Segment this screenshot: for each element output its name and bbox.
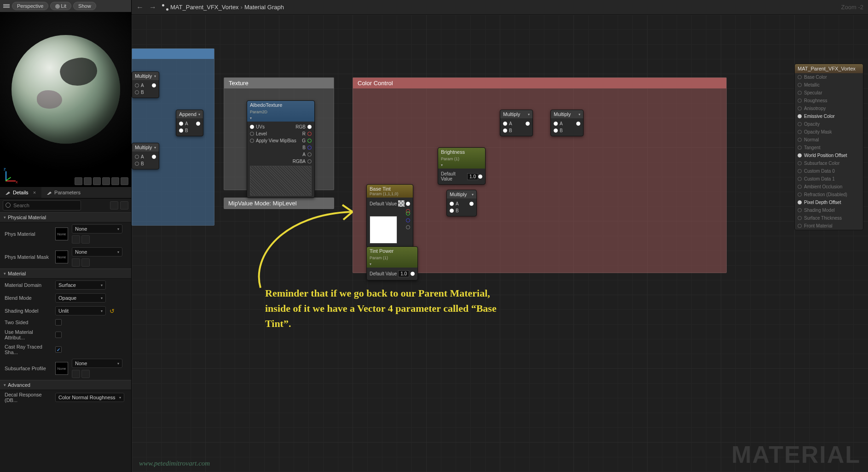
prop-label: Decal Response (DB... [5, 392, 52, 403]
lit-pill[interactable]: Lit [50, 2, 71, 10]
output-pin[interactable]: Roughness [795, 97, 863, 105]
output-pin[interactable]: Metallic [795, 81, 863, 89]
viewport-primitive-cube[interactable] [102, 177, 110, 185]
hamburger-icon[interactable] [3, 2, 10, 10]
viewport-primitive-custom[interactable] [111, 177, 119, 185]
shading-model-dropdown[interactable]: Unlit [55, 306, 106, 315]
decal-response-dropdown[interactable]: Color Normal Roughness [55, 393, 124, 402]
output-pin[interactable]: Pixel Depth Offset [795, 198, 863, 206]
output-pin[interactable]: Custom Data 1 [795, 175, 863, 183]
perspective-pill[interactable]: Perspective [12, 2, 48, 10]
prop-label: Two Sided [5, 320, 52, 325]
output-pin[interactable]: Opacity [795, 120, 863, 128]
tab-details[interactable]: Details× [0, 187, 41, 198]
pencil-icon [47, 190, 52, 195]
browse-icon[interactable] [81, 258, 90, 267]
viewport-primitive-mesh[interactable] [121, 177, 128, 185]
blend-mode-dropdown[interactable]: Opaque [55, 293, 106, 303]
phys-material-dropdown[interactable]: None [72, 224, 122, 233]
color-swatch[interactable] [370, 216, 397, 244]
node-albedo-texture[interactable]: AlbedoTextureParam2D UVsRGB LevelR Apply… [247, 100, 315, 198]
output-pin[interactable]: Ambient Occlusion [795, 183, 863, 191]
prop-label: Use Material Attribut... [5, 329, 52, 340]
prop-label: Blend Mode [5, 295, 52, 301]
output-pin[interactable]: World Position Offset [795, 152, 863, 159]
output-pin[interactable]: Subsurface Color [795, 159, 863, 167]
show-pill[interactable]: Show [73, 2, 96, 10]
use-attributes-checkbox[interactable] [55, 332, 62, 338]
node-multiply[interactable]: Multiply A B [132, 143, 159, 169]
node-multiply[interactable]: Multiply A B [500, 110, 533, 136]
viewport-primitive-cylinder[interactable] [75, 177, 82, 185]
viewport-primitive-sphere[interactable] [84, 177, 92, 185]
texture-preview [250, 166, 312, 196]
browse-icon[interactable] [81, 370, 90, 378]
phys-mask-dropdown[interactable]: None [72, 247, 122, 256]
two-sided-checkbox[interactable] [55, 319, 62, 326]
asset-thumbnail[interactable]: None [55, 251, 68, 263]
nav-back-icon[interactable]: ← [136, 3, 144, 12]
axis-gizmo: zx [4, 166, 21, 183]
node-append[interactable]: Append A B [176, 110, 203, 136]
node-brightness[interactable]: BrightnessParam (1) Default Value 1.0 [438, 147, 486, 185]
section-material[interactable]: Material [0, 268, 131, 279]
browse-icon[interactable] [81, 235, 90, 244]
node-multiply[interactable]: Multiply A B [550, 110, 584, 136]
asset-thumbnail[interactable]: None [55, 362, 68, 375]
use-selected-icon[interactable] [72, 258, 80, 267]
node-multiply[interactable]: Multiply A B [446, 190, 477, 216]
output-pin[interactable]: Base Color [795, 73, 863, 81]
watermark: MATERIAL [731, 441, 861, 468]
section-physical-material[interactable]: Physical Material [0, 212, 131, 222]
output-pin[interactable]: Anisotropy [795, 105, 863, 112]
prop-label: Cast Ray Traced Sha... [5, 344, 52, 355]
cast-ray-checkbox[interactable] [55, 346, 62, 353]
output-pin[interactable]: Surface Thickness [795, 214, 863, 222]
credit: www.petedimitrovart.com [139, 460, 210, 467]
settings-icon[interactable] [120, 201, 128, 210]
section-advanced[interactable]: Advanced [0, 380, 131, 390]
prop-label: Material Domain [5, 282, 52, 288]
node-multiply[interactable]: Multiply A B [132, 71, 159, 98]
prop-label: Phys Material Mask [5, 254, 52, 260]
prop-label: Subsurface Profile [5, 366, 52, 371]
output-pin[interactable]: Opacity Mask [795, 128, 863, 136]
nav-forward-icon[interactable]: → [149, 3, 156, 12]
subsurface-dropdown[interactable]: None [72, 359, 122, 368]
close-icon[interactable]: × [33, 190, 36, 195]
prop-label: Shading Model [5, 308, 52, 314]
prop-label: Phys Material [5, 231, 52, 237]
output-pin[interactable]: Front Material [795, 222, 863, 230]
output-pin[interactable]: Specular [795, 89, 863, 97]
output-pin[interactable]: Emissive Color [795, 112, 863, 120]
material-preview-viewport[interactable]: zx [0, 12, 131, 187]
pencil-icon [6, 190, 10, 195]
output-pin[interactable]: Custom Data 0 [795, 167, 863, 175]
viewport-primitive-plane[interactable] [93, 177, 101, 185]
use-selected-icon[interactable] [72, 235, 80, 244]
output-pin[interactable]: Shading Model [795, 206, 863, 214]
breadcrumb[interactable]: MAT_Parent_VFX_Vortex › Material Graph [162, 4, 284, 11]
material-domain-dropdown[interactable]: Surface [55, 280, 106, 290]
reset-icon[interactable]: ↺ [110, 308, 115, 315]
node-base-tint[interactable]: Base TintParam (1,1,1,0) Default Value [366, 184, 413, 248]
output-pin[interactable]: Refraction (Disabled) [795, 191, 863, 198]
material-output-node[interactable]: MAT_Parent_VFX_Vortex Base ColorMetallic… [794, 64, 863, 230]
zoom-label: Zoom -2 [841, 4, 863, 11]
filter-icon[interactable] [110, 201, 118, 210]
preview-sphere [12, 35, 120, 144]
node-tint-power[interactable]: Tint PowerParam (1) Default Value 1.0 [366, 246, 418, 280]
use-selected-icon[interactable] [72, 370, 80, 378]
search-input[interactable] [3, 200, 81, 210]
annotation-arrow [247, 200, 366, 292]
output-pin[interactable]: Normal [795, 136, 863, 144]
graph-icon [162, 4, 168, 11]
asset-thumbnail[interactable]: None [55, 227, 68, 240]
output-pin[interactable]: Tangent [795, 144, 863, 152]
tab-parameters[interactable]: Parameters [41, 187, 86, 198]
